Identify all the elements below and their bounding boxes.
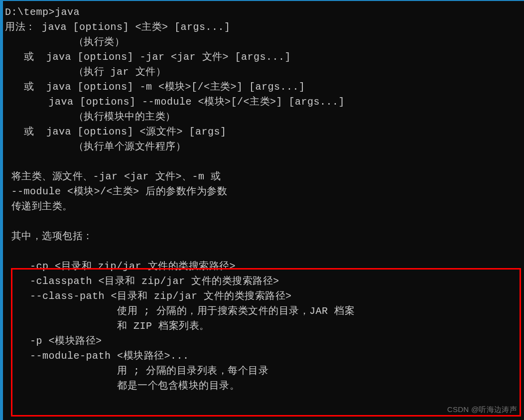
terminal-line: 都是一个包含模块的目录。 xyxy=(5,379,522,394)
terminal-line: 传递到主类。 xyxy=(5,199,522,214)
terminal-line: 用法： java [options] <主类> [args...] xyxy=(5,20,522,35)
terminal-line: --module-path <模块路径>... xyxy=(5,349,522,364)
terminal-line: 或 java [options] -m <模块>[/<主类>] [args...… xyxy=(5,80,522,95)
terminal-line: （执行单个源文件程序） xyxy=(5,140,522,154)
terminal-line xyxy=(5,244,522,259)
terminal-line: （执行 jar 文件） xyxy=(5,65,522,80)
terminal-line: --class-path <目录和 zip/jar 文件的类搜索路径> xyxy=(5,289,522,304)
terminal-line xyxy=(5,154,522,169)
terminal-line: 或 java [options] <源文件> [args] xyxy=(5,125,522,140)
terminal-line: （执行类） xyxy=(5,35,522,50)
terminal-line: 和 ZIP 档案列表。 xyxy=(5,319,522,334)
terminal-line: 或 java [options] -jar <jar 文件> [args...] xyxy=(5,50,522,65)
terminal-line: java [options] --module <模块>[/<主类>] [arg… xyxy=(5,95,522,110)
terminal-output: D:\temp>java用法： java [options] <主类> [arg… xyxy=(3,1,524,398)
terminal-line: D:\temp>java xyxy=(5,5,522,20)
terminal-line: -cp <目录和 zip/jar 文件的类搜索路径> xyxy=(5,259,522,274)
terminal-line: 用 ; 分隔的目录列表，每个目录 xyxy=(5,364,522,379)
terminal-line: --module <模块>/<主类> 后的参数作为参数 xyxy=(5,184,522,199)
terminal-line xyxy=(5,214,522,229)
terminal-line: 其中，选项包括： xyxy=(5,229,522,244)
terminal-line: （执行模块中的主类） xyxy=(5,110,522,125)
terminal-line: 将主类、源文件、-jar <jar 文件>、-m 或 xyxy=(5,169,522,184)
terminal-line: -classpath <目录和 zip/jar 文件的类搜索路径> xyxy=(5,274,522,289)
terminal-line: -p <模块路径> xyxy=(5,334,522,349)
watermark: CSDN @听海边涛声 xyxy=(447,404,517,416)
terminal-line: 使用 ; 分隔的，用于搜索类文件的目录，JAR 档案 xyxy=(5,304,522,319)
